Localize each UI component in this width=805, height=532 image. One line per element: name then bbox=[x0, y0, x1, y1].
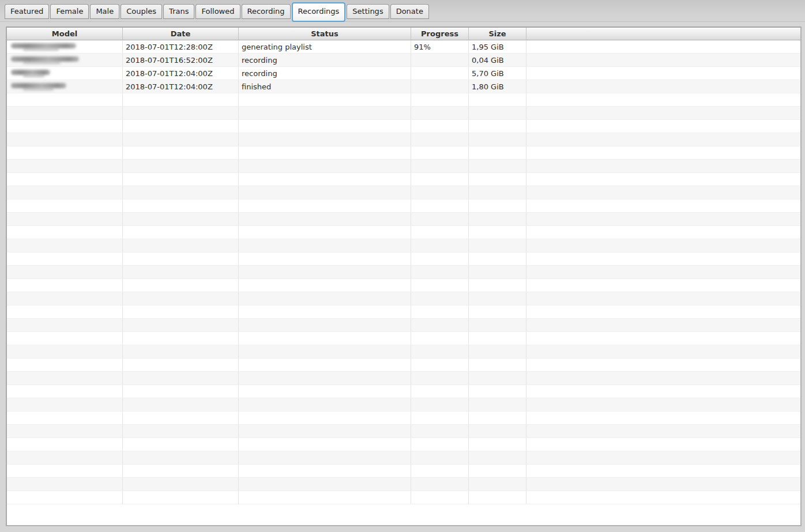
cell-size bbox=[469, 186, 526, 199]
cell-progress bbox=[411, 319, 469, 332]
cell-spacer bbox=[526, 385, 800, 398]
tab-donate[interactable]: Donate bbox=[390, 4, 429, 19]
cell-date bbox=[123, 133, 239, 146]
cell-status: recording bbox=[239, 54, 411, 67]
tab-recording[interactable]: Recording bbox=[242, 4, 291, 19]
cell-spacer bbox=[526, 133, 800, 146]
empty-row bbox=[7, 465, 800, 478]
cell-size bbox=[469, 372, 526, 385]
cell-status bbox=[239, 120, 411, 133]
cell-progress bbox=[411, 160, 469, 173]
tab-female[interactable]: Female bbox=[50, 4, 89, 19]
table-row[interactable]: 2018-07-01T12:04:00Zfinished1,80 GiB bbox=[7, 80, 800, 93]
empty-row bbox=[7, 266, 800, 279]
cell-spacer bbox=[526, 465, 800, 478]
cell-progress: 91% bbox=[411, 40, 469, 54]
cell-size bbox=[469, 199, 526, 213]
cell-status bbox=[239, 266, 411, 279]
cell-spacer bbox=[526, 412, 800, 425]
cell-size bbox=[469, 107, 526, 120]
empty-row bbox=[7, 107, 800, 120]
cell-date bbox=[123, 332, 239, 345]
tab-bar: FeaturedFemaleMaleCouplesTransFollowedRe… bbox=[0, 0, 805, 22]
cell-size bbox=[469, 146, 526, 160]
recordings-table: ModelDateStatusProgressSize 2018-07-01T1… bbox=[6, 27, 802, 526]
cell-date bbox=[123, 292, 239, 305]
cell-progress bbox=[411, 133, 469, 146]
cell-size bbox=[469, 478, 526, 491]
cell-status bbox=[239, 252, 411, 266]
cell-status bbox=[239, 146, 411, 160]
cell-size: 0,04 GiB bbox=[469, 54, 526, 67]
cell-date bbox=[123, 107, 239, 120]
cell-spacer bbox=[526, 40, 800, 54]
cell-spacer bbox=[526, 478, 800, 491]
tab-followed[interactable]: Followed bbox=[195, 4, 240, 19]
cell-date bbox=[123, 173, 239, 186]
column-header-model[interactable]: Model bbox=[7, 28, 123, 40]
cell-size bbox=[469, 412, 526, 425]
empty-row bbox=[7, 279, 800, 292]
cell-model bbox=[7, 279, 123, 292]
cell-status bbox=[239, 491, 411, 504]
cell-spacer bbox=[526, 107, 800, 120]
cell-date bbox=[123, 385, 239, 398]
cell-size bbox=[469, 239, 526, 252]
app-window: FeaturedFemaleMaleCouplesTransFollowedRe… bbox=[0, 0, 805, 532]
tab-couples[interactable]: Couples bbox=[121, 4, 162, 19]
empty-row bbox=[7, 305, 800, 319]
tab-male[interactable]: Male bbox=[90, 4, 119, 19]
tab-featured[interactable]: Featured bbox=[5, 4, 49, 19]
cell-size bbox=[469, 451, 526, 465]
cell-progress bbox=[411, 385, 469, 398]
cell-date bbox=[123, 372, 239, 385]
cell-date bbox=[123, 160, 239, 173]
cell-progress bbox=[411, 67, 469, 80]
cell-status bbox=[239, 199, 411, 213]
cell-size bbox=[469, 425, 526, 438]
tab-recordings[interactable]: Recordings bbox=[292, 2, 346, 22]
cell-model bbox=[7, 491, 123, 504]
cell-size bbox=[469, 491, 526, 504]
cell-progress bbox=[411, 345, 469, 359]
cell-model bbox=[7, 40, 123, 54]
cell-model bbox=[7, 372, 123, 385]
cell-progress bbox=[411, 478, 469, 491]
cell-spacer bbox=[526, 213, 800, 226]
empty-row bbox=[7, 120, 800, 133]
tab-trans[interactable]: Trans bbox=[163, 4, 194, 19]
cell-date: 2018-07-01T12:04:00Z bbox=[123, 80, 239, 93]
cell-progress bbox=[411, 279, 469, 292]
cell-size bbox=[469, 93, 526, 107]
tab-settings[interactable]: Settings bbox=[347, 4, 389, 19]
column-header-status[interactable]: Status bbox=[239, 28, 411, 40]
cell-status: generating playlist bbox=[239, 40, 411, 54]
table-row[interactable]: 2018-07-01T12:04:00Zrecording5,70 GiB bbox=[7, 67, 800, 80]
cell-size bbox=[469, 305, 526, 319]
cell-status bbox=[239, 186, 411, 199]
cell-status bbox=[239, 107, 411, 120]
cell-status bbox=[239, 345, 411, 359]
cell-progress bbox=[411, 372, 469, 385]
table-row[interactable]: 2018-07-01T12:28:00Zgenerating playlist9… bbox=[7, 40, 800, 54]
cell-size bbox=[469, 359, 526, 372]
column-header-progress[interactable]: Progress bbox=[411, 28, 469, 40]
cell-model bbox=[7, 305, 123, 319]
cell-spacer bbox=[526, 120, 800, 133]
empty-row bbox=[7, 438, 800, 451]
cell-date bbox=[123, 120, 239, 133]
cell-spacer bbox=[526, 173, 800, 186]
cell-model bbox=[7, 107, 123, 120]
table-row[interactable]: 2018-07-01T16:52:00Zrecording0,04 GiB bbox=[7, 54, 800, 67]
cell-spacer bbox=[526, 438, 800, 451]
column-header-date[interactable]: Date bbox=[123, 28, 239, 40]
cell-date: 2018-07-01T12:28:00Z bbox=[123, 40, 239, 54]
cell-size bbox=[469, 266, 526, 279]
empty-row bbox=[7, 213, 800, 226]
empty-row bbox=[7, 425, 800, 438]
empty-row bbox=[7, 372, 800, 385]
cell-model bbox=[7, 80, 123, 93]
cell-spacer bbox=[526, 305, 800, 319]
column-header-size[interactable]: Size bbox=[469, 28, 526, 40]
cell-status bbox=[239, 425, 411, 438]
